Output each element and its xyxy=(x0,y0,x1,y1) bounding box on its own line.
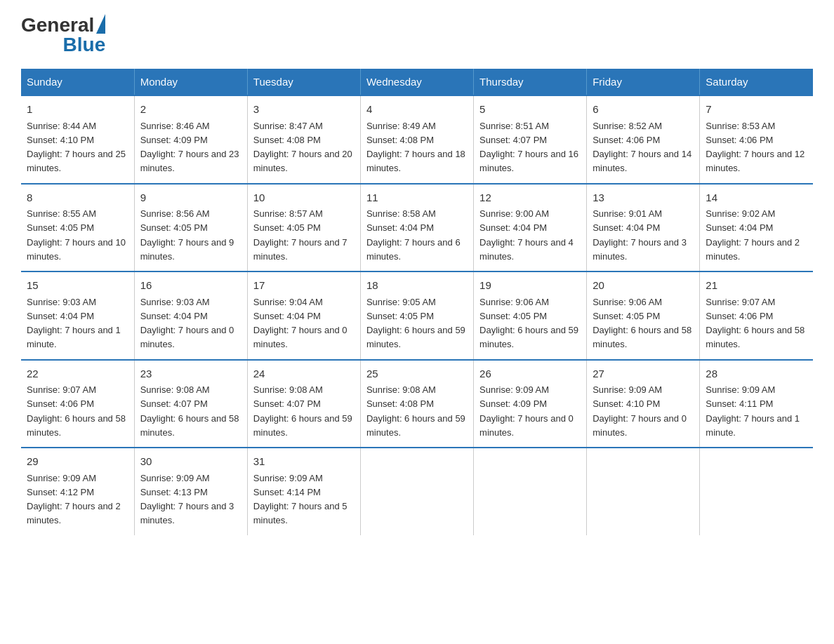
day-info: Sunrise: 8:46 AMSunset: 4:09 PMDaylight:… xyxy=(140,121,239,174)
logo: General Blue xyxy=(21,14,105,55)
calendar-week-row: 1Sunrise: 8:44 AMSunset: 4:10 PMDaylight… xyxy=(21,95,813,184)
day-number: 29 xyxy=(27,454,128,470)
day-info: Sunrise: 9:09 AMSunset: 4:10 PMDaylight:… xyxy=(593,384,687,438)
day-number: 8 xyxy=(27,190,128,206)
day-info: Sunrise: 8:57 AMSunset: 4:05 PMDaylight:… xyxy=(253,208,348,262)
calendar-cell: 24Sunrise: 9:08 AMSunset: 4:07 PMDayligh… xyxy=(247,360,360,448)
day-info: Sunrise: 9:01 AMSunset: 4:04 PMDaylight:… xyxy=(593,208,687,262)
weekday-header-friday: Friday xyxy=(587,69,700,95)
calendar-cell: 17Sunrise: 9:04 AMSunset: 4:04 PMDayligh… xyxy=(247,271,360,360)
calendar-cell: 19Sunrise: 9:06 AMSunset: 4:05 PMDayligh… xyxy=(474,271,587,360)
day-info: Sunrise: 9:07 AMSunset: 4:06 PMDaylight:… xyxy=(706,297,805,350)
day-info: Sunrise: 9:03 AMSunset: 4:04 PMDaylight:… xyxy=(27,297,121,350)
day-number: 20 xyxy=(593,278,694,294)
day-info: Sunrise: 9:06 AMSunset: 4:05 PMDaylight:… xyxy=(479,297,578,350)
calendar-week-row: 29Sunrise: 9:09 AMSunset: 4:12 PMDayligh… xyxy=(21,448,813,535)
day-number: 21 xyxy=(706,278,807,294)
day-number: 30 xyxy=(140,454,241,470)
calendar-cell: 16Sunrise: 9:03 AMSunset: 4:04 PMDayligh… xyxy=(134,271,247,360)
calendar-cell: 20Sunrise: 9:06 AMSunset: 4:05 PMDayligh… xyxy=(587,271,700,360)
day-info: Sunrise: 9:08 AMSunset: 4:08 PMDaylight:… xyxy=(366,384,465,438)
calendar-cell: 5Sunrise: 8:51 AMSunset: 4:07 PMDaylight… xyxy=(474,95,587,184)
day-number: 2 xyxy=(140,102,241,118)
calendar-cell: 12Sunrise: 9:00 AMSunset: 4:04 PMDayligh… xyxy=(474,184,587,272)
calendar-cell xyxy=(700,448,813,535)
calendar-cell: 22Sunrise: 9:07 AMSunset: 4:06 PMDayligh… xyxy=(21,360,134,448)
calendar-cell: 1Sunrise: 8:44 AMSunset: 4:10 PMDaylight… xyxy=(21,95,134,184)
day-number: 6 xyxy=(593,102,694,118)
day-number: 19 xyxy=(479,278,581,294)
day-number: 5 xyxy=(479,102,581,118)
calendar-week-row: 8Sunrise: 8:55 AMSunset: 4:05 PMDaylight… xyxy=(21,184,813,272)
weekday-header-monday: Monday xyxy=(134,69,247,95)
day-number: 12 xyxy=(479,190,581,206)
day-info: Sunrise: 9:08 AMSunset: 4:07 PMDaylight:… xyxy=(140,384,239,438)
day-info: Sunrise: 9:09 AMSunset: 4:14 PMDaylight:… xyxy=(253,473,348,526)
day-info: Sunrise: 9:06 AMSunset: 4:05 PMDaylight:… xyxy=(593,297,691,350)
day-number: 9 xyxy=(140,190,241,206)
day-number: 1 xyxy=(27,102,128,118)
day-number: 13 xyxy=(593,190,694,206)
calendar-cell: 6Sunrise: 8:52 AMSunset: 4:06 PMDaylight… xyxy=(587,95,700,184)
day-number: 31 xyxy=(253,454,355,470)
calendar-cell: 9Sunrise: 8:56 AMSunset: 4:05 PMDaylight… xyxy=(134,184,247,272)
calendar-table: SundayMondayTuesdayWednesdayThursdayFrid… xyxy=(21,69,813,535)
day-info: Sunrise: 9:09 AMSunset: 4:12 PMDaylight:… xyxy=(27,473,121,526)
calendar-cell: 18Sunrise: 9:05 AMSunset: 4:05 PMDayligh… xyxy=(360,271,473,360)
calendar-cell: 8Sunrise: 8:55 AMSunset: 4:05 PMDaylight… xyxy=(21,184,134,272)
calendar-cell: 31Sunrise: 9:09 AMSunset: 4:14 PMDayligh… xyxy=(247,448,360,535)
day-info: Sunrise: 9:09 AMSunset: 4:13 PMDaylight:… xyxy=(140,473,234,526)
calendar-cell: 23Sunrise: 9:08 AMSunset: 4:07 PMDayligh… xyxy=(134,360,247,448)
calendar-cell: 15Sunrise: 9:03 AMSunset: 4:04 PMDayligh… xyxy=(21,271,134,360)
day-info: Sunrise: 9:09 AMSunset: 4:09 PMDaylight:… xyxy=(479,384,574,438)
day-number: 3 xyxy=(253,102,355,118)
calendar-cell: 2Sunrise: 8:46 AMSunset: 4:09 PMDaylight… xyxy=(134,95,247,184)
calendar-cell: 4Sunrise: 8:49 AMSunset: 4:08 PMDaylight… xyxy=(360,95,473,184)
weekday-header-saturday: Saturday xyxy=(700,69,813,95)
day-info: Sunrise: 9:04 AMSunset: 4:04 PMDaylight:… xyxy=(253,297,348,350)
day-info: Sunrise: 8:53 AMSunset: 4:06 PMDaylight:… xyxy=(706,121,805,174)
weekday-header-sunday: Sunday xyxy=(21,69,134,95)
calendar-cell: 13Sunrise: 9:01 AMSunset: 4:04 PMDayligh… xyxy=(587,184,700,272)
day-number: 27 xyxy=(593,366,694,382)
day-number: 22 xyxy=(27,366,128,382)
day-info: Sunrise: 9:09 AMSunset: 4:11 PMDaylight:… xyxy=(706,384,800,438)
calendar-cell: 11Sunrise: 8:58 AMSunset: 4:04 PMDayligh… xyxy=(360,184,473,272)
calendar-cell xyxy=(587,448,700,535)
day-info: Sunrise: 9:03 AMSunset: 4:04 PMDaylight:… xyxy=(140,297,234,350)
day-number: 28 xyxy=(706,366,807,382)
day-info: Sunrise: 8:58 AMSunset: 4:04 PMDaylight:… xyxy=(366,208,461,262)
day-info: Sunrise: 8:55 AMSunset: 4:05 PMDaylight:… xyxy=(27,208,126,262)
day-number: 15 xyxy=(27,278,128,294)
day-info: Sunrise: 8:52 AMSunset: 4:06 PMDaylight:… xyxy=(593,121,691,174)
logo-blue-text: Blue xyxy=(63,35,106,55)
day-info: Sunrise: 8:44 AMSunset: 4:10 PMDaylight:… xyxy=(27,121,126,174)
calendar-cell: 30Sunrise: 9:09 AMSunset: 4:13 PMDayligh… xyxy=(134,448,247,535)
day-number: 16 xyxy=(140,278,241,294)
weekday-header-thursday: Thursday xyxy=(474,69,587,95)
day-info: Sunrise: 9:08 AMSunset: 4:07 PMDaylight:… xyxy=(253,384,352,438)
calendar-cell: 25Sunrise: 9:08 AMSunset: 4:08 PMDayligh… xyxy=(360,360,473,448)
calendar-cell: 29Sunrise: 9:09 AMSunset: 4:12 PMDayligh… xyxy=(21,448,134,535)
calendar-cell: 10Sunrise: 8:57 AMSunset: 4:05 PMDayligh… xyxy=(247,184,360,272)
calendar-cell: 26Sunrise: 9:09 AMSunset: 4:09 PMDayligh… xyxy=(474,360,587,448)
day-info: Sunrise: 8:49 AMSunset: 4:08 PMDaylight:… xyxy=(366,121,465,174)
day-number: 18 xyxy=(366,278,468,294)
calendar-cell: 28Sunrise: 9:09 AMSunset: 4:11 PMDayligh… xyxy=(700,360,813,448)
day-number: 4 xyxy=(366,102,468,118)
day-info: Sunrise: 8:56 AMSunset: 4:05 PMDaylight:… xyxy=(140,208,234,262)
day-number: 25 xyxy=(366,366,468,382)
weekday-header-row: SundayMondayTuesdayWednesdayThursdayFrid… xyxy=(21,69,813,95)
day-number: 11 xyxy=(366,190,468,206)
day-number: 17 xyxy=(253,278,355,294)
day-info: Sunrise: 9:02 AMSunset: 4:04 PMDaylight:… xyxy=(706,208,800,262)
day-info: Sunrise: 9:07 AMSunset: 4:06 PMDaylight:… xyxy=(27,384,126,438)
logo-triangle-icon xyxy=(96,14,105,34)
day-number: 7 xyxy=(706,102,807,118)
calendar-cell: 3Sunrise: 8:47 AMSunset: 4:08 PMDaylight… xyxy=(247,95,360,184)
calendar-week-row: 22Sunrise: 9:07 AMSunset: 4:06 PMDayligh… xyxy=(21,360,813,448)
logo-general-text: General xyxy=(21,15,94,35)
weekday-header-wednesday: Wednesday xyxy=(360,69,473,95)
day-number: 26 xyxy=(479,366,581,382)
day-info: Sunrise: 9:05 AMSunset: 4:05 PMDaylight:… xyxy=(366,297,465,350)
